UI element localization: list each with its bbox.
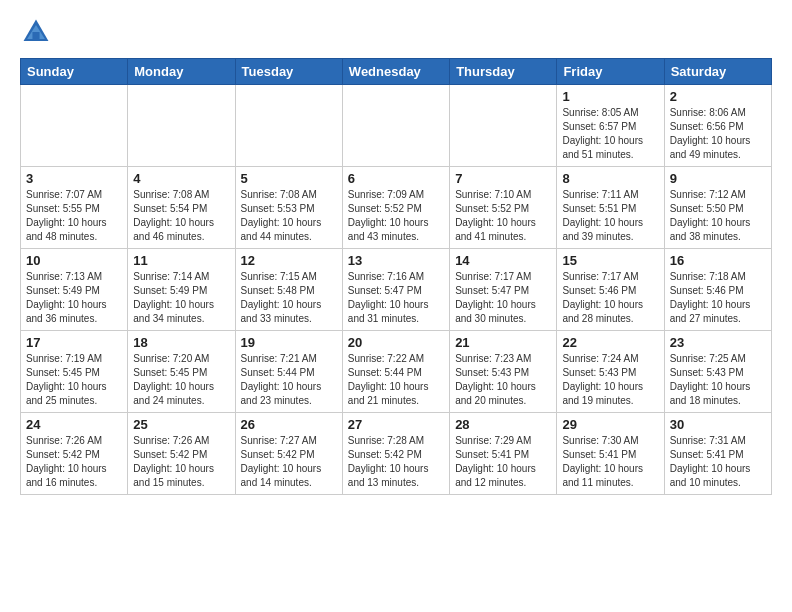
day-number: 17 <box>26 335 122 350</box>
calendar-page: SundayMondayTuesdayWednesdayThursdayFrid… <box>0 0 792 511</box>
day-cell: 30Sunrise: 7:31 AM Sunset: 5:41 PM Dayli… <box>664 413 771 495</box>
day-number: 24 <box>26 417 122 432</box>
day-cell: 23Sunrise: 7:25 AM Sunset: 5:43 PM Dayli… <box>664 331 771 413</box>
calendar-body: 1Sunrise: 8:05 AM Sunset: 6:57 PM Daylig… <box>21 85 772 495</box>
day-info: Sunrise: 7:25 AM Sunset: 5:43 PM Dayligh… <box>670 352 766 408</box>
logo <box>20 16 56 48</box>
day-number: 20 <box>348 335 444 350</box>
day-cell: 2Sunrise: 8:06 AM Sunset: 6:56 PM Daylig… <box>664 85 771 167</box>
day-cell: 29Sunrise: 7:30 AM Sunset: 5:41 PM Dayli… <box>557 413 664 495</box>
day-cell <box>128 85 235 167</box>
day-info: Sunrise: 7:15 AM Sunset: 5:48 PM Dayligh… <box>241 270 337 326</box>
day-number: 7 <box>455 171 551 186</box>
day-info: Sunrise: 7:18 AM Sunset: 5:46 PM Dayligh… <box>670 270 766 326</box>
day-cell: 12Sunrise: 7:15 AM Sunset: 5:48 PM Dayli… <box>235 249 342 331</box>
day-cell <box>235 85 342 167</box>
day-number: 23 <box>670 335 766 350</box>
day-info: Sunrise: 7:09 AM Sunset: 5:52 PM Dayligh… <box>348 188 444 244</box>
weekday-header-sunday: Sunday <box>21 59 128 85</box>
day-number: 11 <box>133 253 229 268</box>
calendar-header: SundayMondayTuesdayWednesdayThursdayFrid… <box>21 59 772 85</box>
day-info: Sunrise: 7:31 AM Sunset: 5:41 PM Dayligh… <box>670 434 766 490</box>
day-info: Sunrise: 7:08 AM Sunset: 5:54 PM Dayligh… <box>133 188 229 244</box>
day-cell: 10Sunrise: 7:13 AM Sunset: 5:49 PM Dayli… <box>21 249 128 331</box>
week-row-5: 24Sunrise: 7:26 AM Sunset: 5:42 PM Dayli… <box>21 413 772 495</box>
day-info: Sunrise: 7:30 AM Sunset: 5:41 PM Dayligh… <box>562 434 658 490</box>
day-info: Sunrise: 7:10 AM Sunset: 5:52 PM Dayligh… <box>455 188 551 244</box>
day-cell: 27Sunrise: 7:28 AM Sunset: 5:42 PM Dayli… <box>342 413 449 495</box>
day-number: 27 <box>348 417 444 432</box>
day-cell: 21Sunrise: 7:23 AM Sunset: 5:43 PM Dayli… <box>450 331 557 413</box>
day-number: 18 <box>133 335 229 350</box>
day-cell: 26Sunrise: 7:27 AM Sunset: 5:42 PM Dayli… <box>235 413 342 495</box>
weekday-header-monday: Monday <box>128 59 235 85</box>
day-info: Sunrise: 7:20 AM Sunset: 5:45 PM Dayligh… <box>133 352 229 408</box>
day-cell: 3Sunrise: 7:07 AM Sunset: 5:55 PM Daylig… <box>21 167 128 249</box>
weekday-header-thursday: Thursday <box>450 59 557 85</box>
day-cell: 9Sunrise: 7:12 AM Sunset: 5:50 PM Daylig… <box>664 167 771 249</box>
day-number: 14 <box>455 253 551 268</box>
weekday-header-wednesday: Wednesday <box>342 59 449 85</box>
day-number: 29 <box>562 417 658 432</box>
day-cell: 24Sunrise: 7:26 AM Sunset: 5:42 PM Dayli… <box>21 413 128 495</box>
day-cell: 4Sunrise: 7:08 AM Sunset: 5:54 PM Daylig… <box>128 167 235 249</box>
day-number: 12 <box>241 253 337 268</box>
day-info: Sunrise: 7:16 AM Sunset: 5:47 PM Dayligh… <box>348 270 444 326</box>
day-cell: 19Sunrise: 7:21 AM Sunset: 5:44 PM Dayli… <box>235 331 342 413</box>
logo-icon <box>20 16 52 48</box>
day-number: 28 <box>455 417 551 432</box>
day-info: Sunrise: 7:17 AM Sunset: 5:46 PM Dayligh… <box>562 270 658 326</box>
day-number: 6 <box>348 171 444 186</box>
day-number: 25 <box>133 417 229 432</box>
day-cell: 16Sunrise: 7:18 AM Sunset: 5:46 PM Dayli… <box>664 249 771 331</box>
day-number: 10 <box>26 253 122 268</box>
day-cell: 28Sunrise: 7:29 AM Sunset: 5:41 PM Dayli… <box>450 413 557 495</box>
header <box>20 16 772 48</box>
day-info: Sunrise: 7:28 AM Sunset: 5:42 PM Dayligh… <box>348 434 444 490</box>
week-row-4: 17Sunrise: 7:19 AM Sunset: 5:45 PM Dayli… <box>21 331 772 413</box>
day-info: Sunrise: 7:08 AM Sunset: 5:53 PM Dayligh… <box>241 188 337 244</box>
week-row-2: 3Sunrise: 7:07 AM Sunset: 5:55 PM Daylig… <box>21 167 772 249</box>
day-cell: 1Sunrise: 8:05 AM Sunset: 6:57 PM Daylig… <box>557 85 664 167</box>
weekday-header-friday: Friday <box>557 59 664 85</box>
day-cell: 25Sunrise: 7:26 AM Sunset: 5:42 PM Dayli… <box>128 413 235 495</box>
calendar-table: SundayMondayTuesdayWednesdayThursdayFrid… <box>20 58 772 495</box>
day-number: 16 <box>670 253 766 268</box>
day-info: Sunrise: 7:11 AM Sunset: 5:51 PM Dayligh… <box>562 188 658 244</box>
day-number: 13 <box>348 253 444 268</box>
day-info: Sunrise: 7:26 AM Sunset: 5:42 PM Dayligh… <box>133 434 229 490</box>
day-cell: 22Sunrise: 7:24 AM Sunset: 5:43 PM Dayli… <box>557 331 664 413</box>
day-info: Sunrise: 7:12 AM Sunset: 5:50 PM Dayligh… <box>670 188 766 244</box>
day-number: 1 <box>562 89 658 104</box>
weekday-header-tuesday: Tuesday <box>235 59 342 85</box>
day-info: Sunrise: 7:26 AM Sunset: 5:42 PM Dayligh… <box>26 434 122 490</box>
day-info: Sunrise: 7:24 AM Sunset: 5:43 PM Dayligh… <box>562 352 658 408</box>
day-info: Sunrise: 7:14 AM Sunset: 5:49 PM Dayligh… <box>133 270 229 326</box>
day-number: 19 <box>241 335 337 350</box>
day-number: 9 <box>670 171 766 186</box>
day-info: Sunrise: 7:23 AM Sunset: 5:43 PM Dayligh… <box>455 352 551 408</box>
day-info: Sunrise: 7:27 AM Sunset: 5:42 PM Dayligh… <box>241 434 337 490</box>
day-cell: 11Sunrise: 7:14 AM Sunset: 5:49 PM Dayli… <box>128 249 235 331</box>
day-cell <box>21 85 128 167</box>
weekday-header-row: SundayMondayTuesdayWednesdayThursdayFrid… <box>21 59 772 85</box>
week-row-3: 10Sunrise: 7:13 AM Sunset: 5:49 PM Dayli… <box>21 249 772 331</box>
day-number: 21 <box>455 335 551 350</box>
day-number: 26 <box>241 417 337 432</box>
day-info: Sunrise: 7:07 AM Sunset: 5:55 PM Dayligh… <box>26 188 122 244</box>
day-cell: 18Sunrise: 7:20 AM Sunset: 5:45 PM Dayli… <box>128 331 235 413</box>
day-cell: 17Sunrise: 7:19 AM Sunset: 5:45 PM Dayli… <box>21 331 128 413</box>
day-info: Sunrise: 7:22 AM Sunset: 5:44 PM Dayligh… <box>348 352 444 408</box>
day-cell <box>342 85 449 167</box>
day-info: Sunrise: 7:29 AM Sunset: 5:41 PM Dayligh… <box>455 434 551 490</box>
day-cell: 15Sunrise: 7:17 AM Sunset: 5:46 PM Dayli… <box>557 249 664 331</box>
svg-rect-2 <box>32 32 39 41</box>
day-info: Sunrise: 7:17 AM Sunset: 5:47 PM Dayligh… <box>455 270 551 326</box>
day-cell: 14Sunrise: 7:17 AM Sunset: 5:47 PM Dayli… <box>450 249 557 331</box>
day-info: Sunrise: 8:05 AM Sunset: 6:57 PM Dayligh… <box>562 106 658 162</box>
day-cell: 20Sunrise: 7:22 AM Sunset: 5:44 PM Dayli… <box>342 331 449 413</box>
day-number: 15 <box>562 253 658 268</box>
day-number: 5 <box>241 171 337 186</box>
day-info: Sunrise: 7:13 AM Sunset: 5:49 PM Dayligh… <box>26 270 122 326</box>
day-cell: 6Sunrise: 7:09 AM Sunset: 5:52 PM Daylig… <box>342 167 449 249</box>
